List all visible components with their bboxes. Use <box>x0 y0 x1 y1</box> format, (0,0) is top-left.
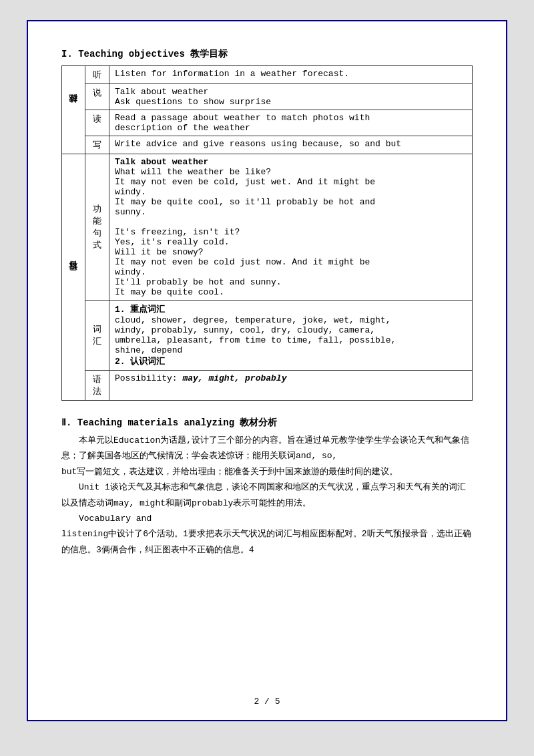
document-page: I. Teaching objectives 教学目标 技能标 听 Listen… <box>27 20 507 721</box>
section1-title: I. Teaching objectives 教学目标 <box>61 48 473 60</box>
du-content: Read a passage about weather to match ph… <box>109 110 473 136</box>
label-shuo: 说 <box>85 84 109 110</box>
objectives-table: 技能标 听 Listen for information in a weathe… <box>61 65 473 401</box>
label-yufa: 语法 <box>85 371 109 401</box>
table-row: 词汇 1. 重点词汇 cloud, shower, degree, temper… <box>62 301 473 371</box>
section2: Ⅱ. Teaching materials analyzing 教材分析 本单元… <box>61 417 473 558</box>
section2-para2: but写一篇短文，表达建议，并给出理由；能准备关于到中国来旅游的最佳时间的建议。 <box>61 464 473 480</box>
yufa-content: Possibility: may, might, probably <box>109 371 473 401</box>
table-row: 写 Write advice and give reasons using be… <box>62 136 473 154</box>
ting-content: Listen for information in a weather fore… <box>109 66 473 84</box>
section2-para3: Unit 1谈论天气及其标志和气象信息，谈论不同国家和地区的天气状况，重点学习和… <box>61 480 473 511</box>
table-row: 语言目标 功能句式 Talk about weather What will t… <box>62 154 473 301</box>
section2-para4: Vocabulary and <box>61 511 473 526</box>
label-gongneng: 功能句式 <box>85 154 109 301</box>
cihui-content: 1. 重点词汇 cloud, shower, degree, temperatu… <box>109 301 473 371</box>
yufa-italic: may, might, probably <box>182 373 286 383</box>
xie-content: Write advice and give reasons using beca… <box>109 136 473 154</box>
label-ting: 听 <box>85 66 109 84</box>
label-xie: 写 <box>85 136 109 154</box>
table-row: 语法 Possibility: may, might, probably <box>62 371 473 401</box>
yuyan-outer-label: 语言目标 <box>62 154 85 401</box>
label-du: 读 <box>85 110 109 136</box>
table-row: 读 Read a passage about weather to match … <box>62 110 473 136</box>
section2-title: Ⅱ. Teaching materials analyzing 教材分析 <box>61 417 473 429</box>
table-row: 说 Talk about weather Ask questions to sh… <box>62 84 473 110</box>
section2-para1: 本单元以Education为话题,设计了三个部分的内容。旨在通过单元教学使学生学… <box>61 433 473 464</box>
cihui-bold2: 2. 认识词汇 <box>115 357 165 367</box>
label-cihui: 词汇 <box>85 301 109 371</box>
cihui-bold1: 1. 重点词汇 <box>115 305 165 315</box>
jineng-outer-label: 技能标 <box>62 66 85 154</box>
shuo-content: Talk about weather Ask questions to show… <box>109 84 473 110</box>
gongneng-bold: Talk about weather <box>115 157 208 167</box>
page-footer: 2 / 5 <box>28 697 506 707</box>
table-row: 技能标 听 Listen for information in a weathe… <box>62 66 473 84</box>
gongneng-content: Talk about weather What will the weather… <box>109 154 473 301</box>
section2-para5: listening中设计了6个活动。1要求把表示天气状况的词汇与相应图标配对。2… <box>61 526 473 558</box>
